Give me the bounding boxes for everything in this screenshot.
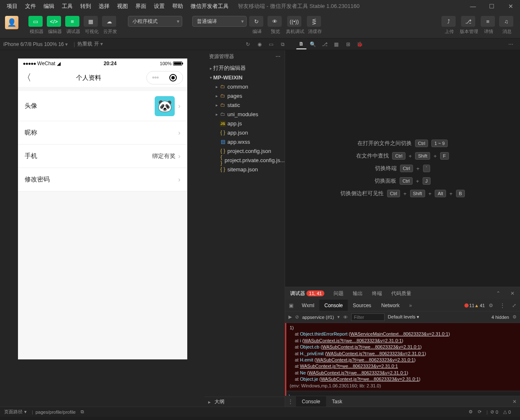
console-settings-icon[interactable]: ⚙ bbox=[512, 314, 517, 320]
bug-icon[interactable]: 🐞 bbox=[355, 39, 365, 49]
branch-icon[interactable]: ⎇ bbox=[320, 39, 330, 49]
preview-button[interactable]: 👁 bbox=[268, 16, 282, 27]
console-prompt[interactable]: › bbox=[285, 391, 520, 396]
menu-file[interactable]: 文件 bbox=[22, 1, 39, 12]
hot-reload-toggle[interactable]: 热重载 开 bbox=[77, 41, 103, 48]
menu-goto[interactable]: 转到 bbox=[77, 1, 94, 12]
device-select[interactable]: iPhone 6/7/8 Plus 100% 16 bbox=[3, 41, 68, 47]
root-folder[interactable]: ▾MP-WEIXIN bbox=[205, 73, 285, 82]
file-sitemap[interactable]: { }sitemap.json bbox=[205, 165, 285, 174]
menu-help[interactable]: 帮助 bbox=[169, 1, 186, 12]
version-mgmt-button[interactable]: ⎇ bbox=[461, 16, 475, 27]
opened-editors-section[interactable]: ▸打开的编辑器 bbox=[205, 64, 285, 73]
file-app-js[interactable]: JSapp.js bbox=[205, 119, 285, 128]
menu-select[interactable]: 选择 bbox=[95, 1, 113, 12]
menu-project[interactable]: 项目 bbox=[3, 1, 21, 12]
cell-change-password[interactable]: 修改密码 › bbox=[18, 168, 187, 191]
record-icon[interactable]: ◉ bbox=[255, 39, 265, 49]
inspect-icon[interactable]: ▣ bbox=[285, 303, 297, 308]
context-select[interactable]: appservice (#1) bbox=[302, 315, 334, 320]
debugger-button[interactable]: ≡ bbox=[65, 16, 79, 27]
mode-select[interactable]: 小程序模式 bbox=[128, 16, 182, 27]
back-button[interactable]: 〈 bbox=[22, 71, 31, 84]
menu-ui[interactable]: 界面 bbox=[132, 1, 150, 12]
footer-tab-console[interactable]: Console bbox=[296, 396, 326, 407]
devtools-menu-icon[interactable]: ⋮ bbox=[497, 303, 508, 308]
clear-cache-button[interactable]: ⋚ bbox=[307, 16, 321, 27]
devtools-wxml[interactable]: Wxml bbox=[297, 300, 319, 311]
error-count[interactable]: 11 bbox=[464, 303, 474, 308]
console-play-icon[interactable]: ▶ bbox=[288, 314, 292, 320]
capsule-menu-icon[interactable]: ••• bbox=[152, 74, 159, 82]
sb-error-count[interactable]: ⊘ 0 bbox=[490, 409, 498, 415]
simulator-button[interactable]: ▭ bbox=[28, 16, 43, 27]
minimize-button[interactable]: — bbox=[464, 0, 482, 13]
menu-edit[interactable]: 编辑 bbox=[40, 1, 58, 12]
tab-code-quality[interactable]: 代码质量 bbox=[390, 290, 413, 297]
explorer-more-icon[interactable]: ⋯ bbox=[275, 53, 280, 59]
windows-icon[interactable]: ⧉ bbox=[278, 39, 288, 49]
tab-terminal[interactable]: 终端 bbox=[370, 290, 384, 297]
levels-select[interactable]: Default levels ▾ bbox=[388, 314, 419, 320]
sb-warn-count[interactable]: △ 0 bbox=[503, 409, 511, 415]
devtools-network[interactable]: Network bbox=[376, 300, 405, 311]
tab-output[interactable]: 输出 bbox=[351, 290, 365, 297]
outline-section[interactable]: ▸ 大纲 bbox=[205, 397, 285, 407]
upload-button[interactable]: ⤴ bbox=[441, 16, 456, 27]
editor-button[interactable]: </> bbox=[47, 16, 61, 27]
drawer-menu-icon[interactable]: ⋮ bbox=[285, 399, 296, 405]
panel-close-icon[interactable]: ✕ bbox=[508, 290, 517, 296]
folder-pages[interactable]: ▸🗀pages bbox=[205, 91, 285, 100]
real-debug-button[interactable]: ((•)) bbox=[287, 16, 301, 27]
files-icon[interactable]: 🗎 bbox=[296, 39, 306, 49]
file-project-private-config[interactable]: { }project.private.config.js... bbox=[205, 155, 285, 165]
refresh-icon[interactable]: ↻ bbox=[243, 39, 253, 49]
devtools-sources[interactable]: Sources bbox=[348, 300, 376, 311]
console-filter-input[interactable] bbox=[351, 313, 385, 321]
file-app-json[interactable]: { }app.json bbox=[205, 128, 285, 137]
devtools-expand-icon[interactable]: ⤢ bbox=[508, 303, 520, 308]
file-app-wxss[interactable]: ▤app.wxss bbox=[205, 137, 285, 146]
menu-settings[interactable]: 设置 bbox=[150, 1, 168, 12]
eye-icon[interactable]: 👁 bbox=[343, 315, 348, 320]
menu-wx-devtools[interactable]: 微信开发者工具 bbox=[187, 1, 232, 12]
extension-icon[interactable]: ▦ bbox=[331, 39, 342, 49]
sb-reconnect-icon[interactable]: ⟳ bbox=[478, 409, 482, 415]
copy-icon[interactable]: ⧉ bbox=[81, 409, 84, 415]
cell-avatar[interactable]: 头像 › bbox=[18, 91, 187, 121]
menu-tools[interactable]: 工具 bbox=[59, 1, 76, 12]
tab-debugger[interactable]: 调试器 11, 41 bbox=[288, 290, 326, 297]
close-button[interactable]: ✕ bbox=[501, 0, 520, 13]
cell-phone[interactable]: 手机 绑定有奖 › bbox=[18, 145, 187, 168]
devtools-console[interactable]: Console bbox=[319, 300, 348, 311]
devtools-more-icon[interactable]: » bbox=[405, 303, 416, 308]
messages-button[interactable]: ♫ bbox=[499, 16, 513, 27]
tab-problems[interactable]: 问题 bbox=[332, 290, 345, 297]
panel-collapse-icon[interactable]: ⌃ bbox=[494, 290, 502, 296]
menu-view[interactable]: 视图 bbox=[114, 1, 131, 12]
sb-settings-icon[interactable]: ⚙ bbox=[469, 409, 473, 415]
compile-select[interactable]: 普通编译 bbox=[192, 16, 247, 27]
console-clear-icon[interactable]: ⊘ bbox=[295, 314, 299, 320]
package-icon[interactable]: ⊞ bbox=[343, 39, 353, 49]
user-avatar[interactable] bbox=[5, 16, 18, 29]
folder-uni-modules[interactable]: ▸🗀uni_modules bbox=[205, 109, 285, 119]
drawer-close-icon[interactable]: ✕ bbox=[509, 399, 520, 405]
page-path[interactable]: pages/profile/profile bbox=[36, 410, 76, 415]
more-icon[interactable]: ⋯ bbox=[506, 39, 516, 49]
phone-icon[interactable]: ▭ bbox=[266, 39, 276, 49]
warning-count[interactable]: ▲41 bbox=[474, 303, 485, 308]
hidden-count[interactable]: 4 hidden bbox=[492, 315, 509, 320]
footer-tab-task[interactable]: Task bbox=[326, 396, 348, 407]
capsule-close-icon[interactable] bbox=[169, 74, 177, 81]
compile-button[interactable]: ↻ bbox=[249, 16, 263, 27]
search-icon[interactable]: 🔍 bbox=[308, 39, 318, 49]
cloud-dev-button[interactable]: ☁ bbox=[102, 16, 116, 27]
folder-static[interactable]: ▸🗀static bbox=[205, 100, 285, 109]
file-project-config[interactable]: { }project.config.json bbox=[205, 146, 285, 155]
folder-common[interactable]: ▸🗀common bbox=[205, 82, 285, 91]
visualize-button[interactable]: ▦ bbox=[84, 16, 98, 27]
cell-nickname[interactable]: 昵称 › bbox=[18, 121, 187, 145]
maximize-button[interactable]: ☐ bbox=[482, 0, 501, 13]
console-output[interactable]: 1) at Object.thirdErrorReport (WAService… bbox=[285, 323, 520, 396]
